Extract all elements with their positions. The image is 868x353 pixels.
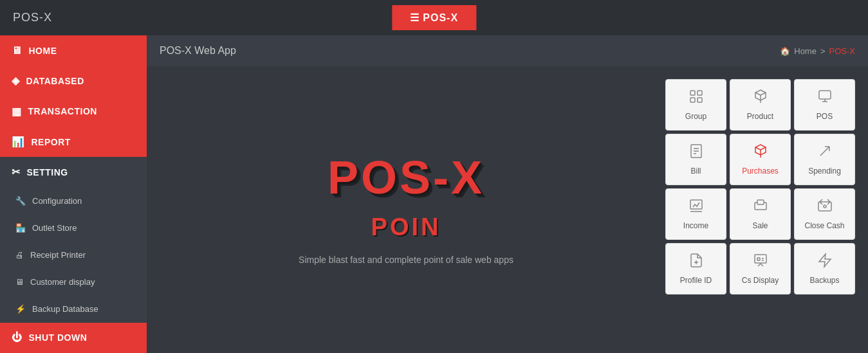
- configuration-label: Configuration: [32, 196, 82, 206]
- sidebar-sub-backup-database[interactable]: ⚡ Backup Database: [0, 296, 147, 323]
- databased-icon: ◈: [12, 75, 20, 87]
- sidebar-item-shutdown[interactable]: ⏻ SHUT DOWN: [0, 323, 147, 353]
- backup-database-label: Backup Database: [32, 304, 98, 314]
- poin-container: POIN: [371, 213, 441, 241]
- report-icon: 📊: [12, 136, 25, 148]
- group-label: Group: [685, 112, 706, 121]
- sidebar-item-setting-label: SETTING: [27, 167, 68, 177]
- svg-rect-18: [755, 255, 766, 263]
- sidebar-item-transaction[interactable]: ▦ TRANSACTION: [0, 96, 147, 127]
- bill-icon: [688, 143, 704, 163]
- income-icon: [688, 198, 704, 217]
- svg-point-15: [824, 205, 826, 208]
- page-title: POS-X Web App: [160, 45, 236, 57]
- sale-icon: [753, 198, 768, 217]
- setting-icon: ✂: [12, 166, 21, 178]
- receipt-printer-icon: 🖨: [15, 250, 24, 260]
- grid-panel: Group Product POS Bill P: [665, 79, 855, 340]
- center-area: POS-X POIN Simple blast fast and complet…: [160, 79, 652, 340]
- content-area: POS-X Web App 🏠 Home > POS-X POS-X POIN …: [147, 35, 868, 353]
- main-content: POS-X POIN Simple blast fast and complet…: [147, 66, 868, 353]
- app-title: POS-X: [13, 11, 52, 24]
- sidebar-item-setting[interactable]: ✂ SETTING: [0, 157, 147, 187]
- svg-rect-11: [690, 200, 702, 209]
- sidebar-item-transaction-label: TRANSACTION: [28, 106, 97, 116]
- svg-rect-3: [697, 98, 702, 102]
- backups-icon: [817, 253, 833, 272]
- sidebar-item-home-label: HOME: [29, 46, 57, 56]
- breadcrumb-current: POS-X: [829, 46, 855, 56]
- grid-btn-profile-id[interactable]: Profile ID: [665, 243, 726, 294]
- outlet-store-icon: 🏪: [15, 223, 26, 233]
- grid-btn-bill[interactable]: Bill: [665, 134, 726, 185]
- subtitle-container: Simple blast fast and complete point of …: [299, 254, 513, 266]
- sidebar-item-databased-label: DATABASED: [26, 76, 84, 86]
- customer-display-label: Customer display: [30, 277, 95, 287]
- outlet-store-label: Outlet Store: [32, 223, 77, 233]
- sale-label: Sale: [752, 221, 768, 230]
- sidebar-sub-configuration[interactable]: 🔧 Configuration: [0, 188, 147, 215]
- receipt-printer-label: Receipt Printer: [30, 250, 86, 260]
- close-cash-label: Close Cash: [804, 221, 844, 230]
- group-icon: [688, 89, 704, 108]
- svg-rect-0: [690, 91, 695, 95]
- breadcrumb-separator: >: [820, 46, 826, 56]
- subtitle-text: Simple blast fast and complete point of …: [299, 255, 513, 265]
- grid-btn-spending[interactable]: Spending: [794, 134, 855, 185]
- profile-id-label: Profile ID: [680, 276, 712, 285]
- posx-menu-button[interactable]: ☰ POS-X: [392, 5, 476, 30]
- grid-btn-close-cash[interactable]: Close Cash: [794, 188, 855, 240]
- svg-rect-1: [697, 91, 702, 95]
- sidebar-item-report-label: REPORT: [32, 137, 71, 147]
- pos-label: POS: [817, 112, 833, 121]
- home-icon: 🖥: [12, 45, 23, 57]
- grid-btn-income[interactable]: Income: [665, 188, 726, 240]
- grid-btn-pos[interactable]: POS: [794, 79, 855, 131]
- svg-marker-22: [819, 254, 831, 267]
- top-bar: POS-X ☰ POS-X: [0, 0, 868, 35]
- spending-label: Spending: [808, 167, 841, 176]
- income-label: Income: [683, 221, 708, 230]
- breadcrumb: 🏠 Home > POS-X: [780, 46, 855, 56]
- logo-text: POS-X: [328, 154, 485, 201]
- backup-database-icon: ⚡: [15, 304, 26, 314]
- grid-btn-purchases[interactable]: Purchases: [730, 134, 791, 185]
- grid-btn-cs-display[interactable]: Cs Display: [730, 243, 791, 294]
- home-breadcrumb-icon: 🏠: [780, 46, 790, 56]
- logo-container: POS-X: [328, 154, 485, 201]
- backups-label: Backups: [809, 276, 839, 285]
- sidebar-sub-customer-display[interactable]: 🖥 Customer display: [0, 269, 147, 296]
- sidebar: 🖥 HOME ◈ DATABASED ▦ TRANSACTION 📊 REPOR…: [0, 35, 147, 353]
- cs-display-label: Cs Display: [742, 276, 779, 285]
- breadcrumb-bar: POS-X Web App 🏠 Home > POS-X: [147, 35, 868, 66]
- purchases-label: Purchases: [742, 167, 779, 176]
- sidebar-sub-outlet-store[interactable]: 🏪 Outlet Store: [0, 215, 147, 242]
- profile-id-icon: [688, 253, 704, 272]
- home-breadcrumb-label: Home: [794, 46, 817, 56]
- transaction-icon: ▦: [12, 105, 22, 118]
- svg-rect-19: [757, 258, 760, 260]
- grid-btn-product[interactable]: Product: [730, 79, 791, 131]
- sidebar-sub-menu: 🔧 Configuration 🏪 Outlet Store 🖨 Receipt…: [0, 188, 147, 323]
- bill-label: Bill: [690, 167, 701, 176]
- configuration-icon: 🔧: [15, 196, 26, 206]
- shutdown-icon: ⏻: [12, 332, 23, 343]
- svg-rect-13: [757, 200, 764, 204]
- sidebar-sub-receipt-printer[interactable]: 🖨 Receipt Printer: [0, 242, 147, 269]
- spending-icon: [817, 143, 833, 163]
- cs-display-icon: [753, 253, 768, 272]
- svg-rect-14: [818, 202, 831, 211]
- product-label: Product: [747, 112, 773, 121]
- product-icon: [753, 89, 768, 108]
- sidebar-item-databased[interactable]: ◈ DATABASED: [0, 66, 147, 96]
- poin-text: POIN: [371, 213, 441, 240]
- pos-icon: [817, 89, 833, 108]
- sidebar-item-report[interactable]: 📊 REPORT: [0, 127, 147, 157]
- grid-btn-backups[interactable]: Backups: [794, 243, 855, 294]
- purchases-icon: [753, 143, 768, 163]
- grid-btn-group[interactable]: Group: [665, 79, 726, 131]
- grid-btn-sale[interactable]: Sale: [730, 188, 791, 240]
- sidebar-item-home[interactable]: 🖥 HOME: [0, 35, 147, 66]
- shutdown-label: SHUT DOWN: [29, 332, 88, 343]
- main-layout: 🖥 HOME ◈ DATABASED ▦ TRANSACTION 📊 REPOR…: [0, 35, 868, 353]
